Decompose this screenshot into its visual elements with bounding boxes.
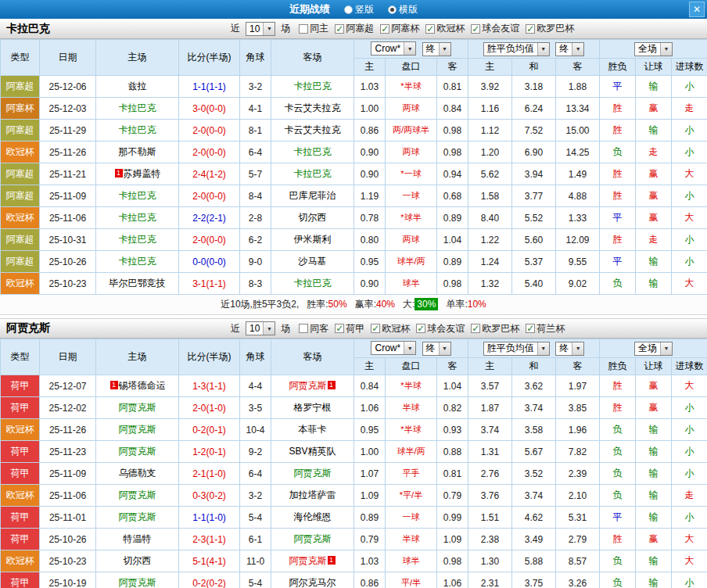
layout-radio-horizontal[interactable]: 横版 (388, 3, 418, 16)
away-team[interactable]: SBV精英队 (271, 441, 354, 463)
home-team[interactable]: 兹拉 (96, 76, 179, 98)
away-team[interactable]: 沙马基 (271, 251, 354, 273)
home-team[interactable]: 卡拉巴克 (96, 229, 179, 251)
filter-checkbox-阿塞杯[interactable]: ✓阿塞杯 (380, 22, 419, 35)
team-link[interactable]: 毕尔巴鄂竞技 (109, 278, 166, 289)
filter-checkbox-同客[interactable]: 同客 (299, 322, 328, 335)
filter-checkbox-球会友谊[interactable]: ✓球会友谊 (416, 322, 465, 335)
team-link[interactable]: 阿贾克斯 (119, 402, 156, 413)
team-link[interactable]: 卡拉巴克 (119, 234, 156, 245)
bookmaker-select[interactable]: Crow*▼ (371, 41, 416, 56)
away-team[interactable]: 阿贾克斯1 (271, 550, 354, 572)
team-link[interactable]: 卡拉巴克 (294, 81, 332, 91)
avg-time-select[interactable]: 终▼ (555, 342, 584, 356)
team-link[interactable]: 切尔西 (299, 212, 327, 223)
away-team[interactable]: 本菲卡 (271, 419, 354, 441)
odds-time-select[interactable]: 终▼ (422, 42, 451, 56)
team-link[interactable]: 特温特 (124, 533, 152, 544)
home-team[interactable]: 1苏姆盖特 (96, 163, 179, 185)
odds-time-select[interactable]: 终▼ (422, 342, 451, 356)
team-link[interactable]: 锡塔德命运 (119, 380, 166, 391)
home-team[interactable]: 阿贾克斯 (96, 419, 179, 441)
filter-checkbox-欧冠杯[interactable]: ✓欧冠杯 (371, 322, 410, 335)
scope-select[interactable]: 全场▼ (634, 342, 673, 356)
team-link[interactable]: 阿贾克斯 (294, 533, 332, 544)
away-team[interactable]: 卡拉巴克 (271, 163, 354, 185)
team-link[interactable]: 海伦维恩 (294, 511, 332, 522)
bookmaker-select[interactable]: Crow*▼ (371, 341, 416, 355)
layout-radio-vertical[interactable]: 竖版 (344, 3, 374, 16)
away-team[interactable]: 海伦维恩 (271, 507, 354, 529)
team-link[interactable]: 阿贾克斯 (119, 424, 156, 435)
away-team[interactable]: 卡拉巴克 (271, 273, 354, 295)
team-link[interactable]: 切尔西 (124, 555, 152, 566)
avg-time-select[interactable]: 终▼ (555, 42, 584, 56)
filter-checkbox-欧冠杯[interactable]: ✓欧冠杯 (425, 22, 465, 35)
away-team[interactable]: 伊米斯利 (271, 229, 354, 251)
home-team[interactable]: 卡拉巴克 (96, 98, 179, 120)
home-team[interactable]: 1锡塔德命运 (96, 375, 179, 397)
team-link[interactable]: 加拉塔萨雷 (289, 489, 336, 500)
home-team[interactable]: 卡拉巴克 (96, 120, 179, 142)
team-link[interactable]: 阿尔克马尔 (289, 577, 336, 588)
close-icon[interactable]: ✕ (689, 2, 705, 17)
team-link[interactable]: 卡拉巴克 (294, 278, 332, 289)
team-link[interactable]: 卡拉巴克 (119, 124, 156, 135)
home-team[interactable]: 卡拉巴克 (96, 207, 179, 229)
team-link[interactable]: 乌德勒支 (119, 468, 156, 479)
home-team[interactable]: 阿贾克斯 (96, 507, 179, 529)
team-link[interactable]: 卡云艾夫拉克 (285, 124, 341, 135)
filter-checkbox-同主[interactable]: 同主 (299, 22, 328, 35)
home-team[interactable]: 阿贾克斯 (96, 572, 179, 588)
away-team[interactable]: 卡拉巴克 (271, 142, 354, 163)
home-team[interactable]: 阿贾克斯 (96, 441, 179, 463)
team-link[interactable]: 卡拉巴克 (119, 190, 156, 201)
recent-count-select[interactable]: 10 ▼ (246, 22, 275, 36)
avg-select[interactable]: 胜平负均值▼ (483, 42, 550, 56)
filter-checkbox-荷兰杯[interactable]: ✓荷兰杯 (526, 322, 565, 335)
filter-checkbox-欧罗巴杯[interactable]: ✓欧罗巴杯 (526, 22, 574, 35)
team-link[interactable]: 阿贾克斯 (119, 511, 156, 522)
scope-select[interactable]: 全场▼ (634, 42, 673, 56)
team-link[interactable]: 沙马基 (299, 256, 327, 267)
team-link[interactable]: 卡拉巴克 (119, 256, 156, 267)
avg-select[interactable]: 胜平负均值▼ (483, 342, 550, 356)
team-link[interactable]: 格罗宁根 (294, 402, 332, 413)
team-link[interactable]: 兹拉 (128, 81, 147, 91)
home-team[interactable]: 乌德勒支 (96, 463, 179, 485)
away-team[interactable]: 巴库尼菲治 (271, 185, 354, 207)
home-team[interactable]: 特温特 (96, 529, 179, 550)
team-link[interactable]: 卡云艾夫拉克 (285, 102, 341, 113)
team-link[interactable]: 巴库尼菲治 (289, 190, 336, 201)
home-team[interactable]: 切尔西 (96, 550, 179, 572)
team-link[interactable]: SBV精英队 (289, 446, 336, 457)
team-link[interactable]: 阿贾克斯 (119, 446, 156, 457)
team-link[interactable]: 卡拉巴克 (294, 168, 332, 179)
team-link[interactable]: 卡拉巴克 (119, 212, 156, 223)
recent-count-select[interactable]: 10 ▼ (246, 321, 275, 335)
team-link[interactable]: 阿贾克斯 (294, 468, 332, 479)
team-link[interactable]: 伊米斯利 (294, 234, 332, 245)
team-link[interactable]: 阿贾克斯 (289, 380, 327, 391)
away-team[interactable]: 卡拉巴克 (271, 76, 354, 98)
filter-checkbox-阿塞超[interactable]: ✓阿塞超 (335, 22, 374, 35)
filter-checkbox-欧罗巴杯[interactable]: ✓欧罗巴杯 (471, 322, 519, 335)
home-team[interactable]: 阿贾克斯 (96, 485, 179, 507)
team-link[interactable]: 卡拉巴克 (294, 146, 332, 157)
away-team[interactable]: 卡云艾夫拉克 (271, 120, 354, 142)
away-team[interactable]: 阿贾克斯 (271, 529, 354, 550)
home-team[interactable]: 阿贾克斯 (96, 397, 179, 419)
away-team[interactable]: 卡云艾夫拉克 (271, 98, 354, 120)
team-link[interactable]: 阿贾克斯 (289, 555, 327, 566)
team-link[interactable]: 卡拉巴克 (119, 102, 156, 113)
team-link[interactable]: 那不勒斯 (119, 146, 156, 157)
away-team[interactable]: 阿贾克斯1 (271, 375, 354, 397)
home-team[interactable]: 毕尔巴鄂竞技 (96, 273, 179, 295)
team-link[interactable]: 苏姆盖特 (124, 168, 161, 179)
home-team[interactable]: 卡拉巴克 (96, 185, 179, 207)
team-link[interactable]: 本菲卡 (299, 424, 327, 435)
team-link[interactable]: 阿贾克斯 (119, 489, 156, 500)
away-team[interactable]: 切尔西 (271, 207, 354, 229)
away-team[interactable]: 格罗宁根 (271, 397, 354, 419)
team-link[interactable]: 阿贾克斯 (119, 577, 156, 588)
